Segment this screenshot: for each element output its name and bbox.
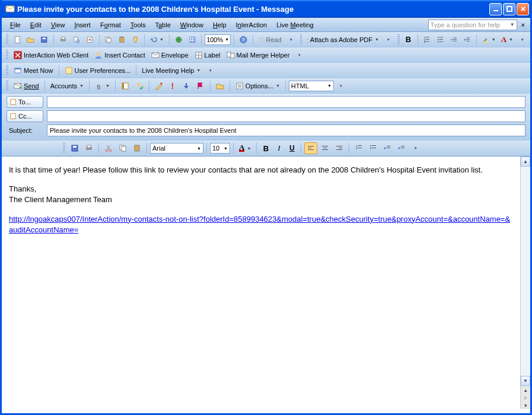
read-button[interactable]: Read xyxy=(256,34,284,46)
scroll-up-button[interactable]: ▲ xyxy=(521,157,530,167)
menu-format[interactable]: Format xyxy=(95,20,126,30)
save-button-2[interactable] xyxy=(68,142,81,154)
help-button[interactable]: ? xyxy=(237,34,250,46)
bold-button[interactable]: B xyxy=(403,34,415,46)
message-format-select[interactable]: HTML▼ xyxy=(289,81,334,91)
importance-low-button[interactable] xyxy=(180,80,193,92)
menu-tools[interactable]: Tools xyxy=(126,20,151,30)
check-names-button[interactable] xyxy=(133,80,146,92)
save-button[interactable] xyxy=(38,34,50,46)
align-center-button[interactable] xyxy=(318,142,332,154)
hyperlink-button[interactable] xyxy=(173,34,185,46)
print-preview-button[interactable] xyxy=(70,34,82,46)
toolbar-overflow-7[interactable]: ▾ xyxy=(409,142,421,154)
menu-file[interactable]: File xyxy=(5,20,26,30)
browse-object-down[interactable]: ▾ xyxy=(521,401,530,409)
move-to-folder-button[interactable] xyxy=(214,80,227,92)
underline-button[interactable]: U xyxy=(286,142,298,154)
menu-edit[interactable]: Edit xyxy=(26,20,46,30)
increase-indent-button[interactable] xyxy=(461,34,473,46)
subject-field[interactable]: Please invite your contacts to the 2008 … xyxy=(47,124,525,136)
numbered-list-button-2[interactable]: 12 xyxy=(352,142,365,154)
message-body[interactable]: It is that time of year! Please follow t… xyxy=(2,157,520,409)
menu-interaction[interactable]: InterAction xyxy=(231,20,272,30)
menu-insert[interactable]: Insert xyxy=(69,20,95,30)
attach-pdf-button[interactable]: PDFAttach as Adobe PDF▼ xyxy=(305,34,381,46)
to-button[interactable]: To... xyxy=(7,96,43,108)
menu-help[interactable]: Help xyxy=(208,20,231,30)
scroll-down-button[interactable]: ▼ xyxy=(521,376,530,386)
vertical-scrollbar[interactable]: ▲ ▼ ▴ ○ ▾ xyxy=(520,157,530,409)
bulleted-list-button-2[interactable] xyxy=(367,142,380,154)
to-field[interactable] xyxy=(47,96,525,108)
print-button[interactable] xyxy=(57,34,69,46)
cut-button[interactable] xyxy=(102,142,115,154)
menu-table[interactable]: Table xyxy=(150,20,175,30)
decrease-indent-button[interactable] xyxy=(448,34,460,46)
browse-object-up[interactable]: ▴ xyxy=(521,386,530,394)
user-preferences-button[interactable]: User Preferences... xyxy=(62,65,133,76)
help-search-box[interactable]: Type a question for help ▼ xyxy=(428,20,517,30)
open-button[interactable] xyxy=(24,34,37,46)
font-color-button-2[interactable]: A▼ xyxy=(237,142,253,154)
paste-button-2[interactable] xyxy=(130,142,144,154)
undo-button[interactable]: ▼ xyxy=(148,34,166,46)
options-button[interactable]: Options...▼ xyxy=(233,80,282,92)
permission-button[interactable] xyxy=(84,34,96,46)
print-button-2[interactable] xyxy=(82,142,95,154)
toolbar-grip[interactable] xyxy=(63,143,65,154)
decrease-indent-button-2[interactable] xyxy=(381,142,394,154)
cc-field[interactable] xyxy=(47,110,525,122)
highlight-button[interactable]: ▼ xyxy=(480,34,498,46)
font-select[interactable]: Arial▼ xyxy=(150,143,203,154)
toolbar-overflow-4[interactable]: ▾ xyxy=(293,49,305,61)
zoom-select[interactable]: 100%▼ xyxy=(205,34,231,45)
send-button[interactable]: Send xyxy=(11,80,42,92)
importance-high-button[interactable]: ! xyxy=(167,80,179,92)
permission-button-2[interactable] xyxy=(152,80,165,92)
toolbar-grip[interactable] xyxy=(397,34,400,45)
toolbar-grip[interactable] xyxy=(300,34,302,45)
numbered-list-button[interactable]: 123 xyxy=(420,34,433,46)
toolbar-overflow-5[interactable]: ▾ xyxy=(204,65,216,76)
bulleted-list-button[interactable] xyxy=(434,34,447,46)
attach-file-button[interactable]: ▼ xyxy=(93,80,112,92)
toolbar-overflow-1[interactable]: ▾ xyxy=(285,34,297,46)
toolbar-overflow-2[interactable]: ▾ xyxy=(383,34,394,46)
copy-button[interactable] xyxy=(102,34,114,46)
flag-button[interactable] xyxy=(194,80,207,92)
toolbar-grip[interactable] xyxy=(6,34,8,45)
browse-object-select[interactable]: ○ xyxy=(521,394,530,401)
insert-contact-button[interactable]: Insert Contact xyxy=(92,49,147,61)
new-button[interactable] xyxy=(11,34,24,46)
toolbar-grip[interactable] xyxy=(6,65,8,76)
menu-window[interactable]: Window xyxy=(176,20,208,30)
close-toolbar-button[interactable]: × xyxy=(520,21,527,28)
font-size-select[interactable]: 10▼ xyxy=(210,143,230,154)
align-left-button[interactable] xyxy=(304,142,317,154)
address-book-button[interactable] xyxy=(119,80,132,92)
scroll-track[interactable] xyxy=(521,167,530,376)
ia-web-client-button[interactable]: InterAction Web Client xyxy=(11,49,91,61)
close-button[interactable] xyxy=(517,3,529,15)
format-painter-button[interactable] xyxy=(129,34,142,46)
cc-button[interactable]: Cc... xyxy=(7,110,43,122)
copy-button-2[interactable] xyxy=(116,142,129,154)
menu-livemeeting[interactable]: Live Meeting xyxy=(272,20,318,30)
minimize-button[interactable] xyxy=(489,3,502,15)
toolbar-overflow-3[interactable]: ▾ xyxy=(516,34,528,46)
body-link[interactable]: http://lngoakcaps007/InterAction/my-cont… xyxy=(9,215,510,234)
maximize-button[interactable] xyxy=(503,3,515,15)
accounts-button[interactable]: Accounts▼ xyxy=(48,80,86,92)
bold-button-2[interactable]: B xyxy=(260,142,272,154)
live-meeting-help-button[interactable]: Live Meeting Help▼ xyxy=(139,65,203,76)
toolbar-grip[interactable] xyxy=(6,81,8,91)
mail-merge-helper-button[interactable]: Mail Merge Helper xyxy=(224,49,292,61)
label-button[interactable]: Label xyxy=(192,49,223,61)
increase-indent-button-2[interactable] xyxy=(395,142,408,154)
paste-button[interactable] xyxy=(116,34,128,46)
toolbar-grip[interactable] xyxy=(6,50,8,60)
font-color-button[interactable]: A▼ xyxy=(499,34,515,46)
align-right-button[interactable] xyxy=(333,142,346,154)
toolbar-overflow-6[interactable]: ▾ xyxy=(335,80,347,92)
